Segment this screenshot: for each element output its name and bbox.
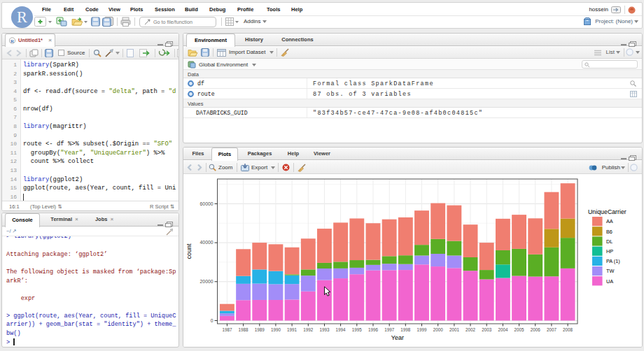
svg-text:2007: 2007 [547, 327, 557, 332]
svg-text:1990: 1990 [271, 327, 281, 332]
svg-text:1995: 1995 [352, 327, 363, 332]
svg-text:DL: DL [606, 238, 612, 245]
svg-text:2001: 2001 [449, 327, 460, 332]
svg-text:Year: Year [391, 334, 404, 341]
svg-text:1997: 1997 [384, 327, 395, 332]
svg-text:1993: 1993 [319, 327, 330, 332]
svg-text:40000: 40000 [200, 240, 214, 245]
svg-text:AA: AA [606, 218, 613, 224]
svg-text:2005: 2005 [514, 327, 525, 332]
svg-text:UniqueCarrier: UniqueCarrier [588, 208, 626, 215]
svg-text:1991: 1991 [287, 327, 298, 332]
svg-text:2008: 2008 [563, 327, 573, 332]
svg-text:2003: 2003 [482, 327, 492, 332]
svg-text:1999: 1999 [416, 327, 427, 332]
svg-text:0: 0 [211, 318, 214, 323]
svg-text:count: count [186, 243, 192, 259]
svg-text:2000: 2000 [433, 327, 444, 332]
svg-text:2002: 2002 [465, 327, 476, 332]
svg-text:2004: 2004 [498, 327, 508, 332]
svg-text:1994: 1994 [336, 327, 346, 332]
svg-text:UA: UA [606, 278, 613, 285]
svg-text:20000: 20000 [200, 279, 214, 284]
svg-text:PA (1): PA (1) [606, 258, 620, 264]
svg-text:TW: TW [606, 268, 614, 274]
svg-text:1992: 1992 [303, 327, 314, 332]
svg-text:60000: 60000 [200, 201, 214, 206]
svg-text:1998: 1998 [400, 327, 411, 332]
svg-text:1996: 1996 [368, 327, 379, 332]
svg-text:1989: 1989 [255, 327, 265, 332]
svg-text:B6: B6 [606, 229, 612, 235]
svg-text:1987: 1987 [222, 327, 232, 332]
svg-text:HP: HP [606, 248, 613, 255]
svg-text:1988: 1988 [239, 327, 249, 332]
svg-text:2006: 2006 [531, 327, 541, 332]
